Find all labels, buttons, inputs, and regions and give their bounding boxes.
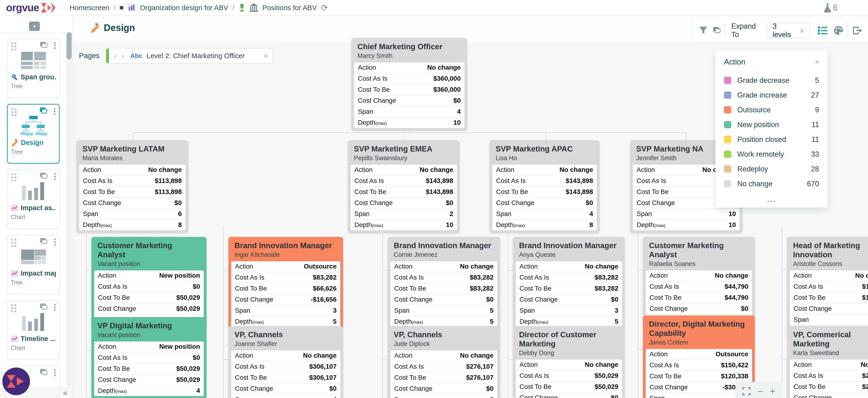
duplicate-view-icon[interactable]: [40, 238, 48, 245]
metric-value: $0: [741, 305, 748, 312]
legend-item-label: Redeploy: [737, 165, 768, 173]
duplicate-view-icon[interactable]: [40, 304, 48, 311]
legend-more-button[interactable]: ...: [724, 194, 819, 204]
orgvue-logo[interactable]: orgvue: [6, 2, 56, 14]
filter-icon[interactable]: [699, 26, 708, 35]
org-card-green-sliver[interactable]: [91, 396, 207, 398]
legend-item[interactable]: No change 670: [724, 176, 819, 191]
legend-item[interactable]: Outsource 9: [724, 103, 819, 117]
breadcrumb-dataset[interactable]: Positions for ABV: [262, 4, 317, 12]
org-card-bim-anya[interactable]: Brand Innovation Manager Anya Queste Act…: [513, 237, 625, 330]
org-card-cma-vacant[interactable]: Customer Marketing Analyst Vacant positi…: [91, 237, 207, 328]
duplicate-view-icon[interactable]: [40, 173, 48, 180]
org-card-header: VP Digital Marketing Vacant position: [91, 317, 207, 341]
view-menu-kebab-icon[interactable]: [54, 42, 56, 50]
view-menu-kebab-icon[interactable]: [54, 107, 56, 115]
expand-level-dropdown[interactable]: 3 levels ∨: [767, 23, 810, 38]
view-card-design[interactable]: Design Tree: [7, 104, 60, 164]
refresh-icon[interactable]: ⟳: [321, 3, 328, 13]
metric-label: Action: [496, 166, 514, 174]
view-card-span-grouping[interactable]: Span grou... Tree: [7, 38, 60, 98]
legend-item[interactable]: Grade increase 27: [724, 88, 819, 103]
org-card-dir-cust[interactable]: Director of Customer Marketing Debby Don…: [513, 326, 625, 398]
card-metric-row: Cost To Be $44,790: [646, 292, 752, 304]
metric-label: Cost To Be: [235, 374, 267, 381]
org-card-vpc-joanne[interactable]: VP, Channels Joanne Shafier Action No ch…: [228, 326, 343, 398]
view-menu-kebab-icon[interactable]: [54, 238, 56, 246]
metric-value: $306,107: [309, 374, 337, 381]
metric-value: $1: [862, 294, 868, 302]
position-holder: Jude Diplock: [394, 340, 494, 348]
view-menu-kebab-icon[interactable]: [54, 304, 56, 311]
view-menu-kebab-icon[interactable]: [54, 173, 56, 180]
card-metric-row: Cost To Be $50,029: [516, 381, 622, 393]
org-card-vpc-jude[interactable]: VP, Channels Jude Diplock Action No chan…: [388, 326, 500, 398]
metric-value: $83,282: [313, 274, 337, 281]
current-page-pill[interactable]: ‹ › Abc Level 2: Chief Marketing Officer…: [105, 48, 273, 63]
metric-value: $50,029: [176, 305, 200, 312]
drag-handle-icon[interactable]: [11, 107, 17, 115]
metric-value: $143,898: [566, 177, 593, 184]
view-card-impact-assessment[interactable]: Impact as... Chart: [7, 169, 60, 229]
org-card-vp-digital[interactable]: VP Digital Marketing Vacant position Act…: [91, 317, 207, 398]
card-metric-row: Cost As Is $150,422: [646, 360, 752, 371]
zoom-out-icon[interactable]: −: [758, 386, 763, 396]
org-card-head-mi[interactable]: Head of Marketing Innovation Aristotle C…: [787, 237, 868, 339]
legend-close-icon[interactable]: ×: [815, 58, 819, 66]
duplicate-view-icon[interactable]: [40, 107, 48, 114]
metric-label: Depth(max): [394, 318, 423, 325]
fit-screen-icon[interactable]: [742, 387, 750, 395]
legend-item[interactable]: Work remotely 33: [724, 147, 819, 162]
card-metric-row: Action No change: [354, 62, 464, 74]
org-card-svp-latam[interactable]: SVP Marketing LATAM Maria Morales Action…: [76, 140, 188, 233]
breadcrumb-project[interactable]: Organization design for ABV: [140, 4, 228, 12]
cards-icon[interactable]: [713, 27, 720, 34]
metric-label: Cost To Be: [98, 294, 130, 302]
page-prev-icon[interactable]: ‹: [114, 52, 117, 60]
page-close-icon[interactable]: ×: [264, 52, 268, 60]
collapse-sidebar-button[interactable]: «: [63, 388, 67, 397]
view-card-impact-map[interactable]: Impact map Tree: [7, 235, 60, 294]
palette-icon[interactable]: [834, 26, 843, 35]
metric-label: Cost To Be: [794, 294, 825, 302]
org-card-cmo[interactable]: Chief Marketing Officer Marcy Smith Acti…: [351, 38, 467, 131]
top-navigation-bar: orgvue Homescreen / Organization design …: [0, 0, 868, 16]
org-card-svp-emea[interactable]: SVP Marketing EMEA Pepillo Swainsbury Ac…: [348, 140, 460, 233]
orgvue-badge-button[interactable]: [2, 368, 30, 395]
duplicate-view-icon[interactable]: [40, 42, 48, 49]
drag-handle-icon[interactable]: [11, 304, 17, 311]
metric-value: $0: [454, 97, 461, 104]
experiments-indicator[interactable]: 6: [824, 3, 838, 13]
metric-label: Action: [98, 343, 116, 350]
card-metric-row: Cost To Be $50,029: [94, 364, 204, 374]
chart-icon: [11, 336, 18, 342]
add-view-button[interactable]: +: [29, 22, 40, 31]
breadcrumb-homescreen[interactable]: Homescreen: [69, 4, 110, 12]
org-card-vp-comm[interactable]: VP, Commerical Marketing Karla Sweetland…: [787, 326, 868, 398]
legend-item[interactable]: New position 11: [724, 117, 819, 132]
view-card-timeline[interactable]: Timeline ... Chart: [7, 300, 60, 360]
legend-item[interactable]: Redeploy 28: [724, 162, 819, 176]
org-card-bim-cornie[interactable]: Brand Innovation Manager Cornie Jimenez …: [388, 237, 500, 330]
connector-line: [782, 270, 787, 271]
sidebar-scrollbar-track[interactable]: [66, 32, 72, 388]
page-next-icon[interactable]: ›: [122, 52, 124, 60]
org-card-svp-apac[interactable]: SVP Marketing APAC Lisa Ho Action No cha…: [490, 140, 599, 233]
zoom-in-icon[interactable]: +: [770, 386, 775, 396]
export-icon[interactable]: [852, 26, 862, 35]
legend-item[interactable]: Grade decrease 5: [724, 73, 819, 88]
card-metric-row: Cost As Is $143,898: [492, 176, 597, 187]
drag-handle-icon[interactable]: [11, 238, 17, 246]
toolbar-divider: [847, 23, 848, 38]
card-metric-row: Cost Change $0: [391, 294, 497, 305]
view-menu-kebab-icon[interactable]: [54, 369, 56, 377]
org-card-bim-ingar[interactable]: Brand Innovation Manager Ingar Kitchasid…: [228, 237, 343, 330]
duplicate-view-icon[interactable]: [40, 369, 48, 376]
sidebar-scrollbar-thumb[interactable]: [66, 32, 72, 59]
legend-item[interactable]: Position closed 11: [724, 132, 819, 147]
drag-handle-icon[interactable]: [11, 173, 17, 180]
drag-handle-icon[interactable]: [11, 42, 17, 50]
connector-line: [382, 359, 388, 360]
org-card-cma-rafaelia[interactable]: Customer Marketing Analyst Rafaelia Soan…: [643, 237, 755, 328]
legend-list-icon[interactable]: [818, 27, 827, 34]
